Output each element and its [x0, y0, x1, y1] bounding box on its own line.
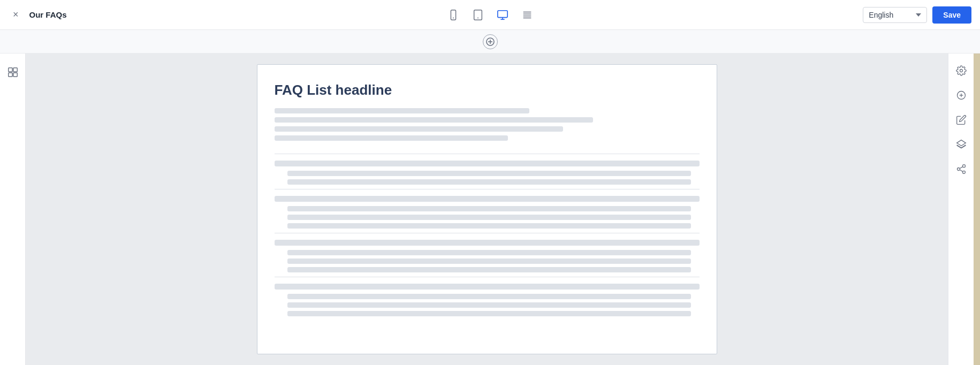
faq-item-body	[275, 250, 700, 272]
header-right: English French Spanish German Save	[863, 6, 971, 24]
svg-line-26	[960, 170, 963, 171]
svg-rect-16	[8, 73, 12, 77]
main-area: FAQ List headline	[0, 54, 980, 365]
pages-panel-button[interactable]	[3, 62, 23, 82]
mobile-view-button[interactable]	[443, 6, 464, 24]
faq-item-body	[275, 171, 700, 185]
desktop-view-button[interactable]	[492, 6, 513, 24]
faq-item	[275, 233, 700, 277]
list-view-button[interactable]	[517, 6, 537, 24]
svg-line-27	[960, 166, 963, 168]
svg-rect-17	[13, 73, 17, 77]
faq-body-line	[287, 206, 692, 211]
edit-button[interactable]	[951, 109, 972, 131]
svg-rect-14	[8, 68, 12, 72]
svg-point-24	[957, 168, 960, 171]
add-section-button[interactable]	[483, 34, 498, 49]
scrollbar[interactable]	[974, 54, 980, 365]
faq-item-body	[275, 206, 700, 229]
faq-body-line	[287, 223, 692, 229]
faq-body-line	[287, 258, 692, 264]
faq-item	[275, 277, 700, 321]
ph-line-4	[275, 135, 508, 141]
faq-item-body	[275, 294, 700, 316]
save-button[interactable]: Save	[932, 6, 971, 24]
ph-line-2	[275, 117, 594, 123]
faq-body-line	[287, 215, 692, 220]
add-element-button[interactable]	[951, 85, 972, 106]
faq-item	[275, 189, 700, 233]
svg-point-25	[962, 171, 965, 173]
faq-item-question	[275, 161, 700, 166]
faq-item	[275, 154, 700, 189]
faq-body-line	[287, 302, 692, 308]
ph-line-3	[275, 126, 564, 132]
page-title: Our FAQs	[29, 10, 67, 19]
faq-item-question	[275, 284, 700, 290]
intro-placeholder	[275, 108, 700, 141]
svg-rect-15	[13, 68, 17, 72]
svg-rect-4	[497, 10, 507, 17]
settings-button[interactable]	[951, 60, 972, 81]
svg-marker-22	[956, 140, 966, 146]
share-button[interactable]	[951, 158, 972, 180]
view-mode-switcher	[443, 6, 537, 24]
svg-point-3	[477, 17, 478, 18]
faq-body-line	[287, 179, 692, 185]
faq-headline: FAQ List headline	[275, 82, 700, 98]
svg-point-1	[453, 17, 454, 18]
faq-items	[275, 154, 700, 321]
ph-line-1	[275, 108, 529, 113]
header: × Our FAQs English French Spanish German…	[0, 0, 980, 30]
page-canvas: FAQ List headline	[257, 64, 717, 354]
header-left: × Our FAQs	[9, 7, 67, 22]
add-section-bar	[0, 30, 980, 54]
svg-point-18	[960, 70, 962, 72]
faq-body-line	[287, 250, 692, 255]
faq-body-line	[287, 311, 692, 316]
tablet-view-button[interactable]	[468, 6, 488, 24]
language-selector[interactable]: English French Spanish German	[863, 7, 927, 23]
close-button[interactable]: ×	[9, 7, 23, 22]
left-sidebar	[0, 54, 26, 365]
faq-item-question	[275, 196, 700, 202]
right-sidebar	[948, 54, 974, 365]
svg-point-23	[962, 165, 965, 168]
faq-item-question	[275, 240, 700, 246]
canvas-area[interactable]: FAQ List headline	[26, 54, 948, 365]
faq-body-line	[287, 294, 692, 299]
faq-body-line	[287, 171, 692, 176]
faq-body-line	[287, 267, 692, 272]
layers-button[interactable]	[951, 134, 972, 155]
